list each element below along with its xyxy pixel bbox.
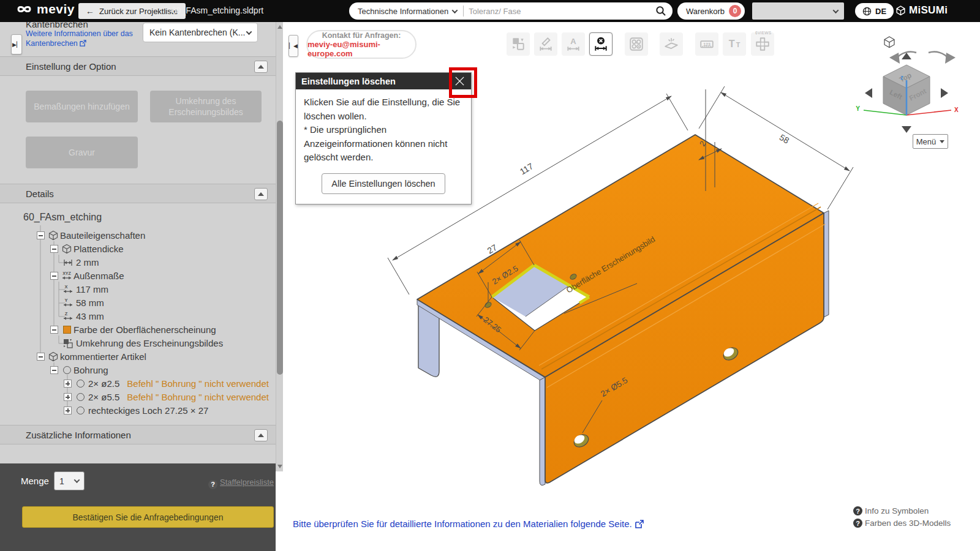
search-icon[interactable] xyxy=(655,6,666,17)
tree-item-label[interactable]: rechteckiges Loch 27.25 × 27 xyxy=(88,405,208,416)
svg-text:123: 123 xyxy=(703,42,710,47)
search-category-select[interactable]: Technische Informationen xyxy=(358,6,464,17)
scrollbar-thumb[interactable] xyxy=(277,121,283,375)
cart-count-badge: 0 xyxy=(729,5,741,17)
cube-icon[interactable] xyxy=(884,37,894,48)
dialog-title-bar[interactable]: Einstellungen löschen xyxy=(296,73,471,89)
triangle-up-icon xyxy=(258,433,264,437)
tree-item-label[interactable]: 58 mm xyxy=(76,298,104,308)
dialog-text-1: Klicken Sie auf die Einstellung, die Sie… xyxy=(304,96,463,123)
tree-item-label[interactable]: 117 mm xyxy=(76,284,108,294)
rotate-cw-icon[interactable] xyxy=(929,51,949,59)
x-axis-icon: X xyxy=(62,284,74,294)
tool-hole-settings[interactable] xyxy=(625,32,648,56)
tree-item-label[interactable]: Farbe der Oberflächenerscheinung xyxy=(74,324,216,335)
contact-email-link[interactable]: meviy-eu@misumi-europe.com xyxy=(307,40,415,58)
tree-item-label[interactable]: kommentierter Artikel xyxy=(60,351,146,362)
model-colors-link[interactable]: ?Farben des 3D-Modells xyxy=(853,519,951,528)
chevron-down-icon xyxy=(452,7,458,13)
rotate-right-arrow[interactable] xyxy=(941,88,948,98)
tree-row: Z 43 mm xyxy=(0,310,276,323)
scroll-up-arrow[interactable] xyxy=(277,23,283,31)
xyz-dimensions-icon: XYZ xyxy=(61,271,72,281)
tree-expander-minus[interactable] xyxy=(50,245,58,253)
meviy-logo[interactable]: meviy xyxy=(16,2,75,17)
misumi-logo[interactable]: MiSUMi xyxy=(895,4,948,17)
rotate-ccw-arrowhead[interactable] xyxy=(889,53,900,64)
tree-item-label[interactable]: 2× ø2.5Befehl " Bohrung " nicht verwende… xyxy=(88,378,269,389)
section-header-additional: Zusätzliche Informationen xyxy=(0,425,276,444)
dim-length: 117 xyxy=(518,161,535,176)
tree-expander-minus[interactable] xyxy=(50,366,58,374)
header-select[interactable] xyxy=(752,2,844,20)
thickness-icon xyxy=(62,257,74,268)
hole-icon xyxy=(75,392,86,402)
tree-root-label[interactable]: 60_FAsm_etching xyxy=(23,212,102,223)
dialog-title: Einstellungen löschen xyxy=(301,77,396,86)
rotate-down-arrow[interactable] xyxy=(902,126,911,133)
tree-row: 2 mm xyxy=(0,256,276,269)
arrow-left-icon: ← xyxy=(86,6,94,16)
tree-expander-plus[interactable] xyxy=(64,407,72,414)
tree-row: XYZ Außenmaße xyxy=(0,269,276,283)
tree-expander-plus[interactable] xyxy=(64,393,72,401)
tool-engrave[interactable] xyxy=(660,32,683,56)
tool-six-views[interactable] xyxy=(751,32,774,56)
flange-front-right-edge xyxy=(824,211,829,317)
tool-text-style[interactable]: TT xyxy=(723,32,746,56)
confirm-request-button[interactable]: Bestätigen Sie die Anfragebedingungen xyxy=(22,506,274,528)
rotate-cw-arrowhead[interactable] xyxy=(945,53,956,64)
tree-row: X 117 mm xyxy=(0,283,276,296)
tree-item-note: Befehl " Bohrung " nicht verwendet xyxy=(127,378,269,389)
tool-edit-dimension[interactable] xyxy=(534,32,557,56)
chevron-down-icon xyxy=(833,7,839,13)
external-link-icon xyxy=(635,520,644,528)
search-input[interactable] xyxy=(464,7,655,16)
tool-text-dimension[interactable]: A xyxy=(562,32,585,56)
view-menu-button[interactable]: Menü xyxy=(913,134,948,149)
tree-row: Bohrung xyxy=(0,364,276,377)
sidebar-scrollbar[interactable] xyxy=(276,22,283,471)
open-filename: 60_FAsm_etching.sldprt xyxy=(172,6,263,15)
collapse-additional-button[interactable] xyxy=(254,429,268,441)
tree-item-label[interactable]: 43 mm xyxy=(76,311,104,321)
tier-price-link[interactable]: ?Staffelpreisliste xyxy=(0,478,274,489)
rotate-left-arrow[interactable] xyxy=(865,88,872,98)
tree-row: Bauteileigenschaften xyxy=(0,229,276,242)
scroll-down-arrow[interactable] xyxy=(277,463,283,470)
tree-item-label[interactable]: Plattendicke xyxy=(74,244,124,254)
tree-expander-minus[interactable] xyxy=(37,231,45,239)
tree-item-label[interactable]: Außenmaße xyxy=(74,271,124,281)
tree-item-label[interactable]: 2× ø5.5Befehl " Bohrung " nicht verwende… xyxy=(88,392,269,402)
svg-text:Y: Y xyxy=(64,298,67,303)
meviy-app: Kantenbrechen Weitere Informationen über… xyxy=(0,0,980,551)
tree-expander-plus[interactable] xyxy=(64,380,72,388)
tool-invert-appearance[interactable] xyxy=(507,32,530,56)
tool-measure[interactable]: 123 xyxy=(695,32,718,56)
tree-row: Y 58 mm xyxy=(0,296,276,310)
delete-all-settings-button[interactable]: Alle Einstellungen löschen xyxy=(322,173,445,194)
hole-icon xyxy=(61,365,72,375)
tree-expander-minus[interactable] xyxy=(50,272,58,280)
language-button[interactable]: DE xyxy=(855,3,894,19)
info-symbols-link[interactable]: ?Info zu Symbolen xyxy=(853,506,929,515)
question-icon: ? xyxy=(208,480,217,489)
svg-text:XYZ: XYZ xyxy=(62,271,71,276)
surface-color-icon xyxy=(61,324,72,335)
tree-item-label[interactable]: Bohrung xyxy=(74,365,108,375)
back-to-projects-button[interactable]: ←Zurück zur Projektliste xyxy=(78,3,186,19)
tree-item-label[interactable]: Bauteileigenschaften xyxy=(60,230,145,241)
y-axis-icon: Y xyxy=(62,298,74,308)
tree-expander-minus[interactable] xyxy=(37,353,45,361)
cart-button[interactable]: Warenkorb0 xyxy=(677,2,745,20)
svg-text:A: A xyxy=(570,37,576,46)
tree-row: 2× ø2.5Befehl " Bohrung " nicht verwende… xyxy=(0,377,276,391)
tree-expander-minus[interactable] xyxy=(50,326,58,334)
top-header-bar: meviy ←Zurück zur Projektliste 60_FAsm_e… xyxy=(0,0,980,22)
panel-collapse-handle[interactable]: ▏◀ xyxy=(288,35,298,57)
tree-item-label[interactable]: 2 mm xyxy=(76,257,99,268)
tree-row: Plattendicke xyxy=(0,242,276,256)
tree-item-label[interactable]: Umkehrung des Erscheinungsbildes xyxy=(76,338,223,348)
materials-info-link[interactable]: Bitte überprüfen Sie für detaillierte In… xyxy=(293,519,644,529)
tool-delete-dimension[interactable] xyxy=(589,32,612,56)
